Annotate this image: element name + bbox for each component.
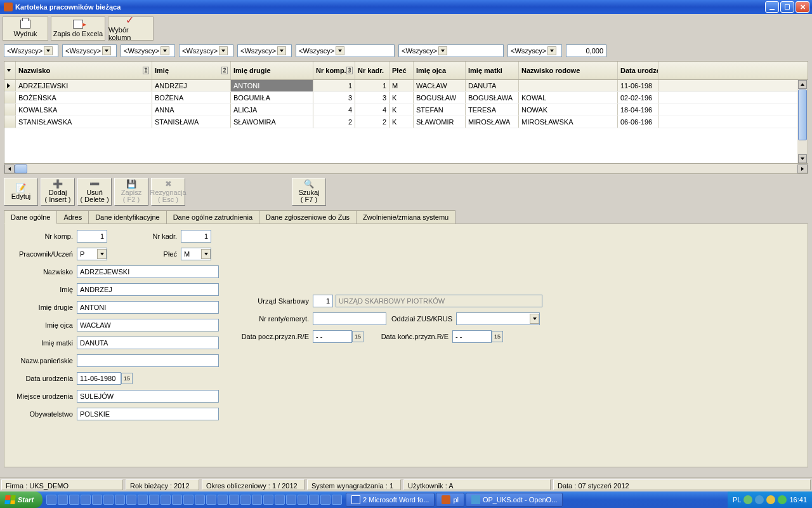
col-nazw-rodowe[interactable]: Nazwisko rodowe (519, 62, 618, 79)
ql-icon[interactable] (206, 495, 216, 505)
task-word[interactable]: 2 Microsoft Word fo... (346, 493, 435, 507)
filter-4[interactable]: <Wszyscy> (179, 44, 233, 57)
table-cell[interactable]: STANISŁAWSKA (16, 116, 152, 128)
ql-icon[interactable] (275, 495, 285, 505)
table-cell[interactable]: WACŁAW (414, 80, 466, 91)
tray-icon[interactable] (755, 495, 764, 504)
table-cell[interactable]: MIROSŁAWSKA (519, 116, 618, 128)
ql-icon[interactable] (183, 495, 193, 505)
ql-icon[interactable] (149, 495, 159, 505)
grid-vscroll[interactable] (797, 80, 808, 163)
filter-number[interactable]: 0,000 (566, 44, 606, 57)
ql-icon[interactable] (309, 495, 319, 505)
ql-icon[interactable] (81, 495, 91, 505)
date-picker-icon[interactable]: 15 (352, 331, 363, 342)
panienskie-field[interactable] (77, 354, 219, 367)
table-cell[interactable]: BOGUSŁAWA (466, 92, 519, 104)
table-cell[interactable]: BOGUMIŁA (231, 92, 313, 104)
table-cell[interactable]: KOWALSKA (16, 104, 152, 116)
filter-8[interactable]: <Wszyscy> (508, 44, 562, 57)
ql-icon[interactable] (320, 495, 331, 505)
table-cell[interactable]: 1 (313, 80, 355, 91)
col-data-ur[interactable]: Data urodzeni (618, 62, 658, 79)
table-cell[interactable]: K (390, 104, 414, 116)
filter-2[interactable]: <Wszyscy> (62, 44, 117, 57)
table-cell[interactable]: 02-02-196 (618, 92, 658, 104)
date-picker-icon[interactable]: 15 (492, 331, 503, 342)
add-button[interactable]: ➕Dodaj( Insert ) (41, 178, 75, 206)
table-cell[interactable]: ADRZEJEWSKI (16, 80, 152, 91)
date-picker-icon[interactable]: 15 (121, 373, 133, 384)
table-cell[interactable]: K (390, 92, 414, 104)
tray-icon[interactable] (743, 495, 752, 504)
ql-icon[interactable] (229, 495, 239, 505)
col-plec[interactable]: Płeć (390, 62, 414, 79)
table-cell[interactable] (519, 80, 618, 91)
table-cell[interactable]: KOWAL (519, 92, 618, 104)
table-cell[interactable]: 3 (313, 92, 355, 104)
table-cell[interactable]: 18-04-196 (618, 104, 658, 116)
table-cell[interactable]: BOŻENA (152, 92, 231, 104)
imie2-field[interactable]: ANTONI (77, 301, 219, 314)
ql-icon[interactable] (138, 495, 148, 505)
oddzial-select[interactable] (456, 312, 540, 325)
filter-1[interactable]: <Wszyscy> (4, 44, 58, 57)
tab-dane-ogolne[interactable]: Dane ogólne (4, 210, 57, 224)
print-button[interactable]: Wydruk (3, 17, 48, 41)
table-cell[interactable]: 11-06-198 (618, 80, 658, 91)
tab-dane-ident[interactable]: Dane identyfikacyjne (88, 210, 167, 224)
ql-icon[interactable] (298, 495, 308, 505)
table-cell[interactable]: 4 (355, 104, 390, 116)
tab-dane-zus[interactable]: Dane zgłoszeniowe do Zus (259, 210, 357, 224)
table-cell[interactable]: BOGUSŁAW (414, 92, 466, 104)
ql-icon[interactable] (286, 495, 296, 505)
tab-dane-zatr[interactable]: Dane ogólne zatrudnienia (166, 210, 259, 224)
filter-6[interactable]: <Wszyscy> (296, 44, 395, 57)
columns-button[interactable]: ✓ Wybór kolumn (108, 17, 154, 41)
table-row[interactable]: STANISŁAWSKASTANISŁAWASŁAWOMIRA22KSŁAWOM… (4, 116, 808, 128)
filter-3[interactable]: <Wszyscy> (121, 44, 175, 57)
table-cell[interactable]: NOWAK (519, 104, 618, 116)
filter-7[interactable]: <Wszyscy> (398, 44, 504, 57)
table-cell[interactable]: DANUTA (466, 80, 519, 91)
nrkadr-field[interactable]: 1 (181, 230, 211, 243)
urzad-nr-field[interactable]: 1 (313, 295, 333, 307)
nrkomp-field[interactable]: 1 (77, 230, 107, 243)
export-excel-button[interactable]: Zapis do Excela (51, 17, 105, 41)
ql-icon[interactable] (115, 495, 125, 505)
start-button[interactable]: Start (0, 491, 43, 508)
grid-hscroll[interactable] (4, 163, 808, 173)
table-cell[interactable]: M (390, 80, 414, 91)
table-cell[interactable]: ANTONI (231, 80, 313, 91)
col-nrkomp[interactable]: Nr komp.3̂ (313, 62, 355, 79)
minimize-button[interactable] (765, 1, 779, 13)
ql-icon[interactable] (332, 495, 342, 505)
table-cell[interactable]: 3 (355, 92, 390, 104)
edit-button[interactable]: 📝Edytuj (4, 178, 38, 206)
table-row[interactable]: KOWALSKAANNAALICJA44KSTEFANTERESANOWAK18… (4, 104, 808, 116)
table-cell[interactable]: STEFAN (414, 104, 466, 116)
col-indicator[interactable] (4, 62, 16, 79)
col-nazwisko[interactable]: Nazwisko1̂ (16, 62, 152, 79)
table-cell[interactable]: ALICJA (231, 104, 313, 116)
table-cell[interactable]: MIROSŁAWA (466, 116, 519, 128)
table-cell[interactable]: ANNA (152, 104, 231, 116)
col-nrkadr[interactable]: Nr kadr. (355, 62, 390, 79)
col-imie-ojca[interactable]: Imię ojca (414, 62, 466, 79)
renta-field[interactable] (313, 312, 386, 325)
tab-zwolnienie[interactable]: Zwolnienie/zmiana systemu (356, 210, 455, 224)
table-cell[interactable]: SŁAWOMIRA (231, 116, 313, 128)
tray-icon[interactable] (778, 495, 787, 504)
datapocz-field[interactable]: - - (313, 330, 352, 343)
ql-icon[interactable] (58, 495, 68, 505)
close-button[interactable]: ✕ (796, 1, 809, 13)
ql-icon[interactable] (46, 495, 56, 505)
col-imie-matki[interactable]: Imię matki (466, 62, 519, 79)
lang-indicator[interactable]: PL (733, 496, 741, 504)
delete-button[interactable]: ➖Usuń( Delete ) (77, 178, 112, 206)
maximize-button[interactable] (780, 1, 794, 13)
ql-icon[interactable] (92, 495, 102, 505)
ql-icon[interactable] (195, 495, 205, 505)
table-cell[interactable]: 1 (355, 80, 390, 91)
col-imie[interactable]: Imię2̂ (152, 62, 231, 79)
